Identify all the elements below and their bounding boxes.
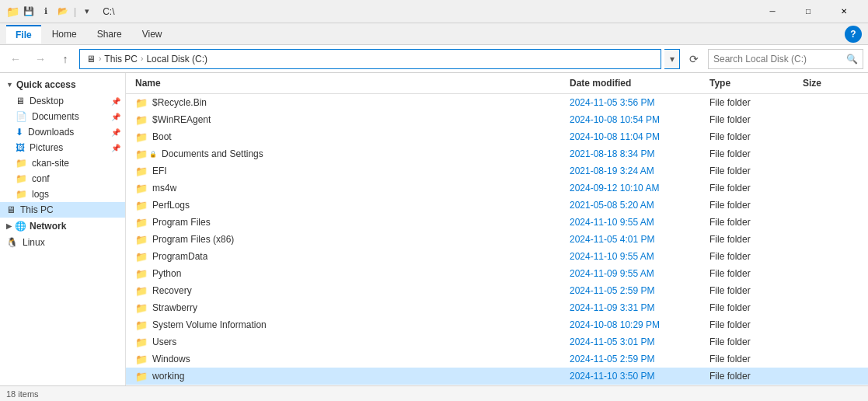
table-row[interactable]: 📁 Python 2024-11-09 9:55 AM File folder (126, 265, 868, 282)
col-date[interactable]: Date modified (566, 76, 706, 90)
pin-icon-desktop: 📌 (111, 97, 120, 106)
network-icon: 🌐 (15, 221, 26, 232)
search-icon: 🔍 (846, 54, 858, 65)
path-icon: 🖥 (86, 54, 96, 65)
table-row[interactable]: 📁 working 2024-11-10 3:50 PM File folder (126, 368, 868, 385)
title-text: C:\ (103, 6, 114, 17)
file-name-cell: 📁 working (132, 371, 566, 382)
sidebar-item-pictures[interactable]: 🖼 Pictures 📌 (0, 140, 125, 155)
file-type-cell: File folder (706, 319, 800, 330)
pin-icon-documents: 📌 (111, 113, 120, 121)
help-button[interactable]: ? (845, 26, 862, 43)
folder-icon: 📁 (135, 251, 148, 263)
table-row[interactable]: 📁 ProgramData 2024-11-10 9:55 AM File fo… (126, 248, 868, 265)
sidebar-item-logs[interactable]: 📁 logs (0, 187, 125, 202)
file-date-cell: 2024-10-08 11:04 PM (566, 131, 706, 142)
file-type-cell: File folder (706, 371, 800, 382)
table-row[interactable]: 📁 Windows 2024-11-05 2:59 PM File folder (126, 350, 868, 368)
file-type-cell: File folder (706, 114, 800, 125)
table-row[interactable]: 📁 $Recycle.Bin 2024-11-05 3:56 PM File f… (126, 94, 868, 111)
file-date-cell: 2024-11-10 3:50 PM (566, 371, 706, 382)
sidebar-section-quick-access[interactable]: ▼ Quick access (0, 76, 125, 93)
folder-restricted-icon: 📁🔒 (135, 148, 157, 160)
folder-icon: 📁 (135, 285, 148, 297)
col-size[interactable]: Size (800, 76, 862, 90)
close-button[interactable]: ✕ (826, 0, 862, 23)
file-name-cell: 📁 ProgramData (132, 251, 566, 263)
path-chevron-2: › (141, 54, 143, 63)
folder-icon: 📁 (135, 183, 148, 194)
search-input[interactable] (713, 54, 843, 65)
sidebar-item-conf[interactable]: 📁 conf (0, 171, 125, 187)
status-bar: 18 items (0, 385, 868, 401)
file-name: Recovery (152, 285, 192, 296)
search-box[interactable]: 🔍 (708, 49, 863, 69)
file-name: Windows (152, 354, 190, 364)
tab-share[interactable]: Share (88, 26, 131, 43)
sidebar-item-ckan-site[interactable]: 📁 ckan-site (0, 155, 125, 171)
file-name-cell: 📁 $Recycle.Bin (132, 97, 566, 109)
file-name: Program Files (152, 217, 211, 228)
back-button[interactable]: ← (5, 48, 26, 70)
dropdown-btn[interactable]: ▾ (79, 4, 95, 19)
item-count: 18 items (6, 389, 39, 399)
file-name: Strawberry (152, 302, 197, 313)
tab-view[interactable]: View (133, 26, 172, 43)
sidebar-item-this-pc[interactable]: 🖥 This PC (0, 202, 125, 218)
save-btn[interactable]: 💾 (21, 4, 37, 19)
sidebar-item-documents[interactable]: 📄 Documents 📌 (0, 109, 125, 124)
file-name-cell: 📁 Windows (132, 354, 566, 365)
table-row[interactable]: 📁 Program Files 2024-11-10 9:55 AM File … (126, 214, 868, 231)
desktop-icon: 🖥 (16, 96, 25, 106)
file-name: Program Files (x86) (152, 234, 234, 245)
table-row[interactable]: 📁 System Volume Information 2024-10-08 1… (126, 316, 868, 333)
file-name-cell: 📁 $WinREAgent (132, 114, 566, 126)
forward-button[interactable]: → (30, 48, 51, 70)
sidebar-section-network[interactable]: ▶ 🌐 Network (0, 218, 125, 235)
table-row[interactable]: 📁 Boot 2024-10-08 11:04 PM File folder (126, 128, 868, 145)
refresh-button[interactable]: ⟳ (683, 48, 705, 70)
col-type[interactable]: Type (706, 76, 800, 90)
file-name: ms4w (152, 183, 176, 194)
file-date-cell: 2024-11-05 2:59 PM (566, 285, 706, 296)
tab-home[interactable]: Home (43, 26, 86, 43)
window-controls: ─ □ ✕ (755, 0, 862, 23)
table-row[interactable]: 📁 ms4w 2024-09-12 10:10 AM File folder (126, 180, 868, 197)
table-row[interactable]: 📁 Strawberry 2024-11-09 3:31 PM File fol… (126, 299, 868, 316)
table-row[interactable]: 📁 Users 2024-11-05 3:01 PM File folder (126, 333, 868, 350)
quick-access-label: Quick access (16, 79, 76, 90)
file-name: Python (152, 268, 181, 279)
file-list-container[interactable]: Name Date modified Type Size 📁 $Recycle.… (126, 73, 868, 385)
folder-icon: 📁 (135, 319, 148, 331)
file-date-cell: 2024-11-05 3:01 PM (566, 336, 706, 347)
path-segment-drive[interactable]: Local Disk (C:) (146, 54, 207, 65)
new-folder-btn[interactable]: 📂 (55, 4, 71, 19)
col-name[interactable]: Name (132, 76, 566, 90)
up-button[interactable]: ↑ (54, 48, 76, 70)
tab-file[interactable]: File (6, 25, 41, 44)
table-row[interactable]: 📁 Recovery 2024-11-05 2:59 PM File folde… (126, 282, 868, 299)
path-segment-thispc[interactable]: This PC (104, 54, 138, 65)
address-path[interactable]: 🖥 › This PC › Local Disk (C:) (79, 49, 661, 69)
logs-icon: 📁 (16, 189, 27, 200)
table-row[interactable]: 📁🔒 Documents and Settings 2021-08-18 8:3… (126, 145, 868, 162)
table-row[interactable]: 📁 Program Files (x86) 2024-11-05 4:01 PM… (126, 231, 868, 248)
sidebar-item-linux[interactable]: 🐧 Linux (0, 235, 125, 250)
file-name-cell: 📁 Program Files (x86) (132, 234, 566, 246)
address-dropdown[interactable]: ▾ (664, 49, 680, 69)
table-row[interactable]: 📄 $WINRE_BACKUP_PARTITION.MARKER 2024-01… (126, 385, 868, 385)
table-row[interactable]: 📁 EFI 2021-08-19 3:24 AM File folder (126, 162, 868, 180)
table-row[interactable]: 📁 $WinREAgent 2024-10-08 10:54 PM File f… (126, 111, 868, 128)
minimize-button[interactable]: ─ (755, 0, 790, 23)
folder-icon: 📁 (135, 131, 148, 143)
sidebar-item-downloads[interactable]: ⬇ Downloads 📌 (0, 124, 125, 140)
conf-label: conf (32, 173, 50, 184)
file-name-cell: 📁 ms4w (132, 183, 566, 194)
file-name: $Recycle.Bin (152, 97, 207, 108)
maximize-button[interactable]: □ (790, 0, 826, 23)
table-row[interactable]: 📁 PerfLogs 2021-05-08 5:20 AM File folde… (126, 197, 868, 214)
sidebar-item-desktop[interactable]: 🖥 Desktop 📌 (0, 93, 125, 109)
quick-access-chevron: ▼ (6, 81, 13, 89)
properties-btn[interactable]: ℹ (38, 4, 54, 19)
pictures-icon: 🖼 (16, 142, 25, 153)
